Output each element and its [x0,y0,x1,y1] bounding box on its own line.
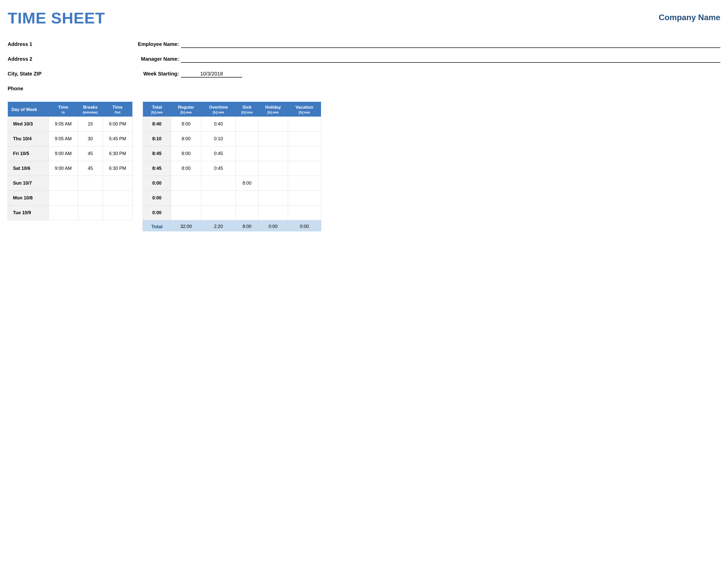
holiday-cell[interactable] [258,146,288,161]
vacation-cell[interactable] [288,176,321,190]
week-starting-label: Week Starting: [130,71,181,77]
time-out-cell[interactable]: 6:30 PM [103,161,132,176]
table-row: 8:408:000:40 [143,116,321,131]
sick-cell[interactable] [236,190,258,205]
col-day: Day of Week [8,102,49,116]
table-row: 8:458:000:45 [143,161,321,176]
holiday-cell[interactable] [258,116,288,131]
overtime-cell[interactable]: 0:40 [201,116,236,131]
holiday-cell[interactable] [258,176,288,190]
time-in-cell[interactable] [49,176,78,190]
page-title: TIME SHEET [8,10,105,26]
city-state-zip-label: City, State ZIP [8,71,130,77]
vacation-cell[interactable] [288,190,321,205]
col-time-in: TimeIn [49,102,78,116]
breaks-cell[interactable]: 45 [78,146,103,161]
table-row: 0:00 [143,205,321,220]
holiday-cell[interactable] [258,205,288,220]
holiday-cell[interactable] [258,190,288,205]
breaks-cell[interactable]: 15 [78,116,103,131]
regular-cell[interactable] [171,190,201,205]
breaks-cell[interactable]: 45 [78,161,103,176]
sick-cell[interactable] [236,161,258,176]
time-in-cell[interactable]: 9:05 AM [49,116,78,131]
breaks-cell[interactable] [78,176,103,190]
time-in-cell[interactable] [49,190,78,205]
day-cell: Wed 10/3 [8,116,49,131]
sick-cell[interactable]: 8:00 [236,176,258,190]
time-out-cell[interactable] [103,205,132,220]
vacation-cell[interactable] [288,131,321,146]
sick-cell[interactable] [236,131,258,146]
time-in-cell[interactable]: 9:05 AM [49,131,78,146]
time-out-cell[interactable] [103,190,132,205]
regular-cell[interactable]: 8:00 [171,131,201,146]
company-name: Company Name [659,13,720,22]
overtime-cell[interactable]: 0:45 [201,146,236,161]
table-row: Fri 10/59:00 AM456:30 PM [8,146,133,161]
table-row: Sat 10/69:00 AM456:30 PM [8,161,133,176]
time-out-cell[interactable]: 6:30 PM [103,146,132,161]
table-row: Thu 10/49:05 AM305:45 PM [8,131,133,146]
regular-cell[interactable]: 8:00 [171,161,201,176]
table-row: 8:108:000:10 [143,131,321,146]
col-sick: Sick[h]:mm [236,102,258,116]
holiday-cell[interactable] [258,131,288,146]
overtime-cell[interactable]: 0:45 [201,161,236,176]
vacation-cell[interactable] [288,146,321,161]
total-cell: 0:00 [143,205,171,220]
hours-summary-table: Total[h]:mm Regular[h]:mm Overtime[h]:mm… [143,102,321,231]
holiday-cell[interactable] [258,161,288,176]
total-cell: 8:45 [143,146,171,161]
col-overtime: Overtime[h]:mm [201,102,236,116]
regular-cell[interactable]: 8:00 [171,146,201,161]
overtime-cell[interactable] [201,176,236,190]
vacation-cell[interactable] [288,161,321,176]
phone-label: Phone [8,86,130,91]
sick-cell[interactable] [236,205,258,220]
col-regular: Regular[h]:mm [171,102,201,116]
overtime-cell[interactable]: 0:10 [201,131,236,146]
time-in-cell[interactable]: 9:00 AM [49,161,78,176]
table-row: 8:458:000:45 [143,146,321,161]
day-cell: Sun 10/7 [8,176,49,190]
time-out-cell[interactable]: 5:45 PM [103,131,132,146]
employee-name-field[interactable] [181,41,720,48]
overtime-cell[interactable] [201,190,236,205]
regular-cell[interactable] [171,176,201,190]
breaks-cell[interactable] [78,205,103,220]
time-out-cell[interactable]: 6:00 PM [103,116,132,131]
address1-label: Address 1 [8,41,130,48]
time-out-cell[interactable] [103,176,132,190]
time-entry-table: Day of Week TimeIn Breaks(minutes) TimeO… [8,102,133,220]
table-row: Mon 10/8 [8,190,133,205]
total-cell: 0:00 [143,176,171,190]
sick-cell[interactable] [236,116,258,131]
totals-sick: 8:00 [236,220,258,231]
totals-overtime: 2:20 [201,220,236,231]
regular-cell[interactable] [171,205,201,220]
address2-label: Address 2 [8,56,130,63]
table-row: Tue 10/9 [8,205,133,220]
day-cell: Fri 10/5 [8,146,49,161]
vacation-cell[interactable] [288,116,321,131]
time-in-cell[interactable] [49,205,78,220]
breaks-cell[interactable] [78,190,103,205]
vacation-cell[interactable] [288,205,321,220]
day-cell: Tue 10/9 [8,205,49,220]
breaks-cell[interactable]: 30 [78,131,103,146]
total-cell: 0:00 [143,190,171,205]
manager-name-field[interactable] [181,56,720,63]
sick-cell[interactable] [236,146,258,161]
week-starting-field[interactable]: 10/3/2018 [181,71,242,77]
overtime-cell[interactable] [201,205,236,220]
day-cell: Mon 10/8 [8,190,49,205]
table-row: 0:008:00 [143,176,321,190]
col-holiday: Holiday[h]:mm [258,102,288,116]
regular-cell[interactable]: 8:00 [171,116,201,131]
manager-name-label: Manager Name: [130,56,181,63]
total-cell: 8:45 [143,161,171,176]
time-in-cell[interactable]: 9:00 AM [49,146,78,161]
col-breaks: Breaks(minutes) [78,102,103,116]
table-row: Sun 10/7 [8,176,133,190]
